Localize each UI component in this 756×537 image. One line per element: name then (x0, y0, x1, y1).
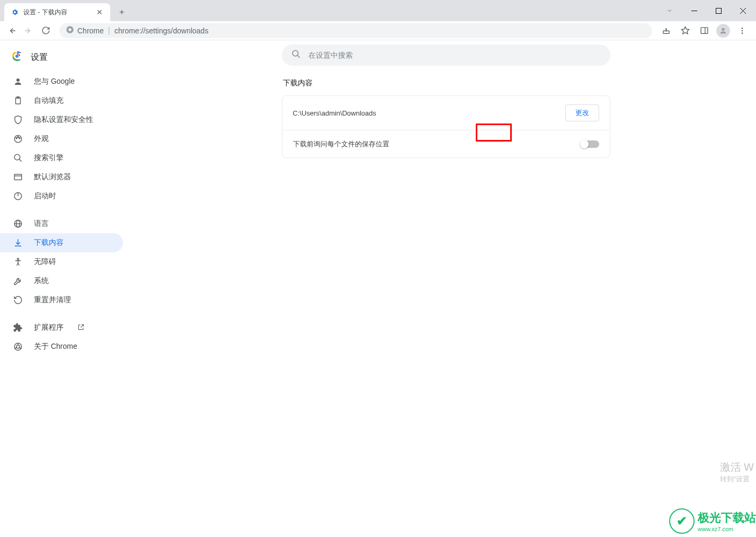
svg-point-13 (742, 28, 743, 29)
globe-icon (13, 218, 23, 229)
nav-label: 启动时 (34, 191, 56, 201)
sidebar-item-search-engine[interactable]: 搜索引擎 (0, 148, 123, 168)
ask-before-download-row: 下载前询问每个文件的保存位置 (282, 130, 610, 157)
download-location-row: C:\Users\admin\Downloads 更改 (282, 96, 610, 130)
external-link-icon (77, 323, 86, 332)
new-tab-button[interactable]: + (114, 5, 129, 20)
address-bar[interactable]: Chrome | chrome://settings/downloads (59, 23, 652, 38)
site-info-chip[interactable]: Chrome (66, 25, 104, 36)
svg-rect-10 (701, 28, 708, 33)
menu-button[interactable] (735, 23, 750, 38)
browser-icon (13, 172, 23, 182)
download-icon (13, 237, 23, 248)
svg-point-37 (17, 258, 19, 260)
sidebar-item-languages[interactable]: 语言 (0, 214, 123, 233)
site-logo-icon: ✔ (669, 508, 695, 534)
forward-button[interactable] (21, 23, 36, 38)
svg-rect-28 (14, 174, 22, 180)
nav-label: 无障碍 (34, 257, 56, 267)
clipboard-icon (13, 95, 23, 106)
svg-point-24 (17, 136, 19, 137)
nav-label: 关于 Chrome (34, 342, 77, 351)
search-icon (291, 49, 301, 61)
svg-marker-9 (681, 27, 689, 33)
gear-icon (11, 8, 19, 16)
download-location-path: C:\Users\admin\Downloads (293, 109, 565, 117)
activate-windows-watermark: 激活 W 转到"设置 (720, 460, 756, 484)
browser-tab[interactable]: 设置 - 下载内容 ✕ (4, 3, 110, 21)
chrome-outline-icon (13, 341, 23, 352)
nav-label: 系统 (34, 276, 49, 286)
bookmark-icon[interactable] (678, 23, 692, 38)
share-icon[interactable] (659, 23, 673, 38)
svg-point-26 (14, 154, 20, 160)
sidebar-item-autofill[interactable]: 自动填充 (0, 91, 123, 110)
sidebar-item-downloads[interactable]: 下载内容 (0, 233, 123, 252)
search-icon (13, 153, 23, 163)
svg-point-14 (742, 30, 743, 31)
restore-icon (13, 295, 23, 305)
settings-main: 下载内容 C:\Users\admin\Downloads 更改 下载前询问每个… (136, 40, 756, 537)
svg-point-25 (19, 137, 20, 138)
person-icon (13, 76, 23, 87)
browser-toolbar: Chrome | chrome://settings/downloads (0, 21, 756, 40)
nav-label: 隐私设置和安全性 (34, 115, 93, 125)
svg-point-43 (292, 50, 298, 56)
chrome-icon (66, 25, 74, 36)
svg-line-41 (15, 348, 17, 349)
profile-button[interactable] (716, 23, 731, 38)
shield-icon (13, 115, 23, 125)
nav-label: 扩展程序 (34, 323, 64, 332)
change-location-button[interactable]: 更改 (565, 104, 599, 121)
svg-rect-1 (716, 8, 721, 13)
wrench-icon (13, 276, 23, 286)
power-icon (13, 191, 23, 201)
site-watermark: ✔ 极光下载站 www.xz7.com (669, 508, 756, 534)
sidebar-item-reset[interactable]: 重置并清理 (0, 290, 123, 310)
sidebar-item-on-startup[interactable]: 启动时 (0, 187, 123, 206)
settings-search[interactable] (282, 45, 610, 66)
sidebar-item-about[interactable]: 关于 Chrome (0, 337, 123, 356)
svg-point-12 (722, 28, 724, 30)
tab-title: 设置 - 下载内容 (23, 8, 91, 17)
nav-label: 自动填充 (34, 96, 64, 105)
minimize-button[interactable] (682, 2, 706, 19)
extension-icon (13, 322, 23, 333)
url-text: chrome://settings/downloads (114, 27, 208, 35)
section-title-downloads: 下载内容 (282, 78, 610, 88)
nav-label: 重置并清理 (34, 295, 71, 305)
svg-line-42 (19, 348, 21, 349)
ask-before-download-toggle[interactable] (580, 140, 599, 148)
sidebar-item-default-browser[interactable]: 默认浏览器 (0, 168, 123, 187)
nav-label: 您与 Google (34, 77, 75, 86)
omnibox-separator: | (108, 26, 110, 36)
svg-line-27 (19, 159, 22, 162)
reload-button[interactable] (38, 23, 53, 38)
svg-point-19 (16, 78, 20, 82)
accessibility-icon (13, 257, 23, 267)
side-panel-icon[interactable] (697, 23, 711, 38)
sidebar-item-accessibility[interactable]: 无障碍 (0, 252, 123, 271)
svg-line-44 (297, 55, 300, 58)
settings-sidebar: 设置 您与 Google 自动填充 隐私设置和安全性 外观 搜索引擎 默认浏览器… (0, 40, 136, 537)
back-button[interactable] (4, 23, 19, 38)
maximize-button[interactable] (706, 2, 731, 19)
sidebar-item-system[interactable]: 系统 (0, 271, 123, 290)
settings-search-input[interactable] (308, 51, 601, 59)
sidebar-item-extensions[interactable]: 扩展程序 (0, 318, 123, 337)
ask-before-download-label: 下载前询问每个文件的保存位置 (293, 139, 580, 149)
sidebar-item-appearance[interactable]: 外观 (0, 129, 123, 148)
chip-label: Chrome (77, 27, 104, 35)
tab-close-button[interactable]: ✕ (95, 8, 104, 16)
nav-label: 默认浏览器 (34, 172, 71, 182)
nav-label: 下载内容 (34, 238, 64, 248)
palette-icon (13, 134, 23, 144)
downloads-card: C:\Users\admin\Downloads 更改 下载前询问每个文件的保存… (282, 95, 610, 158)
svg-point-18 (15, 55, 19, 58)
sidebar-item-you-and-google[interactable]: 您与 Google (0, 72, 123, 91)
sidebar-item-privacy[interactable]: 隐私设置和安全性 (0, 110, 123, 129)
svg-point-23 (16, 137, 17, 138)
svg-point-15 (742, 32, 743, 34)
close-window-button[interactable] (731, 2, 755, 19)
tabs-dropdown-button[interactable] (657, 2, 682, 19)
